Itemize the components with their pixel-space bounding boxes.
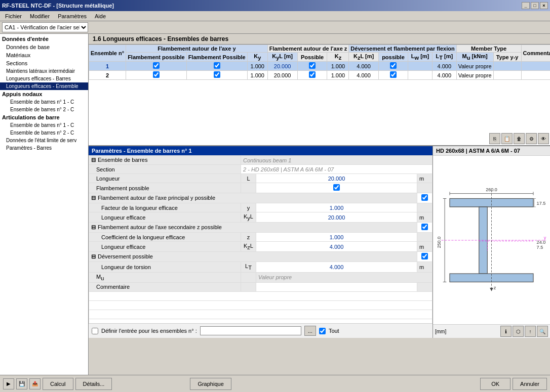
dim-tw: 24.0	[537, 239, 546, 244]
menu-aide[interactable]: Aide	[91, 12, 110, 20]
cell-kyl-1: 20.000	[267, 62, 297, 71]
params-symbol-kyl: KyL	[241, 212, 256, 223]
definir-btn[interactable]: ...	[304, 326, 316, 336]
sidebar-item-materiaux[interactable]: Matériaux	[0, 51, 88, 59]
params-row-longueur-eff-y: Longueur efficace KyL 20.000 m	[89, 212, 433, 223]
data-grid: Ensemble n° Flambement autour de l'axe y…	[89, 45, 550, 80]
sidebar-item-ensemble-artic-1[interactable]: Ensemble de barres n° 1 - C	[0, 121, 88, 129]
cell-ky-2: 1.000	[247, 71, 267, 80]
cs-btn-1[interactable]: ⬡	[513, 326, 524, 337]
definir-input[interactable]	[200, 326, 301, 335]
minimize-button[interactable]: _	[522, 2, 530, 9]
cell-dv-1[interactable]	[378, 62, 408, 71]
definir-label: Définir l'entrée pour les ensembles n° :	[101, 328, 197, 334]
cs-info-btn[interactable]: ℹ	[500, 326, 512, 337]
toolbar-btn-2[interactable]: 📋	[501, 133, 513, 144]
cs-btn-3[interactable]: 🔍	[537, 326, 548, 337]
menu-fichier[interactable]: Fichier	[1, 12, 26, 20]
cell-typezz-2	[521, 71, 550, 80]
toolbar-btn-3[interactable]: 🗑	[514, 133, 525, 144]
sidebar-item-ensemble-appuis-1[interactable]: Ensemble de barres n° 1 - C	[0, 98, 88, 106]
case-dropdown[interactable]: CA1 - Vérification de l'acier selo	[2, 22, 88, 32]
title-bar: RF-STEEL NTC-DF - [Structure métallique]…	[0, 0, 550, 11]
action-bar: ▶ 💾 📤 Calcul Détails... Graphique OK Ann…	[0, 375, 550, 392]
cell-mu-1: Valeur propre	[456, 62, 493, 71]
menu-parametres[interactable]: Paramètres	[54, 12, 91, 20]
col-header-lw: Lw [m]	[408, 53, 433, 62]
table-row[interactable]: 1 1.000 20.000 1.000 4.000 4.000 Valeur …	[89, 62, 551, 71]
sidebar-item-ensemble-artic-2[interactable]: Ensemble de barres n° 2 - C	[0, 129, 88, 137]
col-header-type-yy: Type y-y	[493, 53, 521, 62]
expand-icon-flamb-y[interactable]: ⊟	[91, 195, 96, 201]
graphique-button[interactable]: Graphique	[190, 378, 231, 390]
params-unit-fb	[417, 183, 433, 193]
expand-icon-ensemble[interactable]: ⊟	[91, 157, 96, 163]
col-header-kyl: KyL [m]	[267, 53, 297, 62]
calcul-button[interactable]: Calcul	[43, 378, 73, 390]
action-save-btn[interactable]: 💾	[16, 378, 27, 389]
z-arrow	[490, 288, 493, 291]
sidebar-item-longueurs-barres[interactable]: Longueurs efficaces - Barres	[0, 75, 88, 82]
cell-lw-2	[408, 71, 433, 80]
menu-modifier[interactable]: Modifier	[26, 12, 54, 20]
params-label-mu: Mu	[89, 272, 241, 282]
params-symbol-facteur: y	[241, 203, 256, 212]
params-cb-dever[interactable]	[417, 252, 433, 262]
cell-fb1-2[interactable]	[126, 71, 186, 80]
params-row-fb-possible: Flambement possible	[89, 183, 433, 193]
cell-typeyy-1	[493, 62, 521, 71]
main-container: CA1 - Vérification de l'acier selo Donné…	[0, 21, 550, 392]
params-symbol-longueur: L	[241, 174, 256, 183]
cell-fbz-1[interactable]	[297, 62, 327, 71]
close-button[interactable]: ×	[540, 2, 548, 9]
sidebar-item-maintiens[interactable]: Maintiens latéraux intermédiair	[0, 67, 88, 75]
cell-fb2-2[interactable]	[186, 71, 247, 80]
params-label-fb-possible: Flambement possible	[89, 183, 241, 193]
cell-id-1: 1	[89, 62, 126, 71]
params-symbol-fb	[241, 183, 256, 193]
table-row[interactable]: 2 1.000 20.000 1.000 4.000 4.000 Valeur …	[89, 71, 551, 80]
sidebar-item-ensemble-appuis-2[interactable]: Ensemble de barres n° 2 - C	[0, 106, 88, 113]
toolbar-btn-1[interactable]: ⎘	[489, 133, 500, 144]
cs-bottom-btns: ℹ ⬡ ↑ 🔍	[500, 326, 548, 337]
section-title: 1.6 Longueurs efficaces - Ensembles de b…	[89, 34, 550, 45]
maximize-button[interactable]: □	[531, 2, 539, 9]
sidebar-item-donnees-base[interactable]: Données de base	[0, 43, 88, 51]
params-row-comment: Commentaire	[89, 282, 433, 291]
cell-dv-2[interactable]	[378, 71, 408, 80]
ibeam-svg: 260.0 250.0 17.5 24.	[433, 175, 550, 306]
toolbar-btn-eye[interactable]: 👁	[538, 133, 549, 144]
cell-kyl-2: 20.000	[267, 71, 297, 80]
params-value-lt: 4.000	[256, 262, 417, 272]
ok-button[interactable]: OK	[480, 378, 510, 390]
sidebar-item-longueurs-ensembles[interactable]: Longueurs efficaces - Ensemble	[0, 82, 88, 90]
col-header-fb-possible: Flambement possible	[126, 53, 186, 62]
dim-r: 7.5	[537, 244, 543, 249]
params-cb-flamb-z[interactable]	[417, 223, 433, 233]
col-header-kzl: KzL [m]	[349, 53, 378, 62]
params-row-empty-2	[89, 300, 433, 310]
z-axis-label: z	[494, 285, 496, 290]
toolbar-btn-4[interactable]: ⚙	[526, 133, 537, 144]
params-value-comment	[256, 282, 417, 291]
sidebar-item-etat-limite[interactable]: Données de l'état limite de serv	[0, 137, 88, 144]
params-row-longueur-torsion: Longueur de torsion LT 4.000 m	[89, 262, 433, 272]
cell-fb1-1[interactable]	[126, 62, 186, 71]
details-button[interactable]: Détails...	[75, 378, 112, 390]
params-cb-fb[interactable]	[256, 183, 417, 193]
sidebar-item-sections[interactable]: Sections	[0, 59, 88, 67]
cs-btn-2[interactable]: ↑	[525, 326, 536, 337]
annuler-button[interactable]: Annuler	[513, 378, 547, 390]
action-export-btn[interactable]: 📤	[29, 378, 41, 389]
cell-fbz-2[interactable]	[297, 71, 327, 80]
action-play-btn[interactable]: ▶	[3, 378, 14, 389]
cell-fb2-1[interactable]	[186, 62, 247, 71]
expand-icon-flamb-z[interactable]: ⊟	[91, 224, 96, 230]
tout-checkbox[interactable]	[319, 328, 326, 334]
sidebar-item-parametres-barres[interactable]: Paramètres - Barres	[0, 144, 88, 152]
params-cb-flamb-y[interactable]	[417, 193, 433, 203]
expand-icon-dever[interactable]: ⊟	[91, 253, 96, 259]
params-table: ⊟Ensemble de barres Continuous beam 1 Se…	[89, 155, 433, 323]
definir-checkbox[interactable]	[92, 328, 98, 334]
tout-label: Tout	[329, 328, 339, 334]
